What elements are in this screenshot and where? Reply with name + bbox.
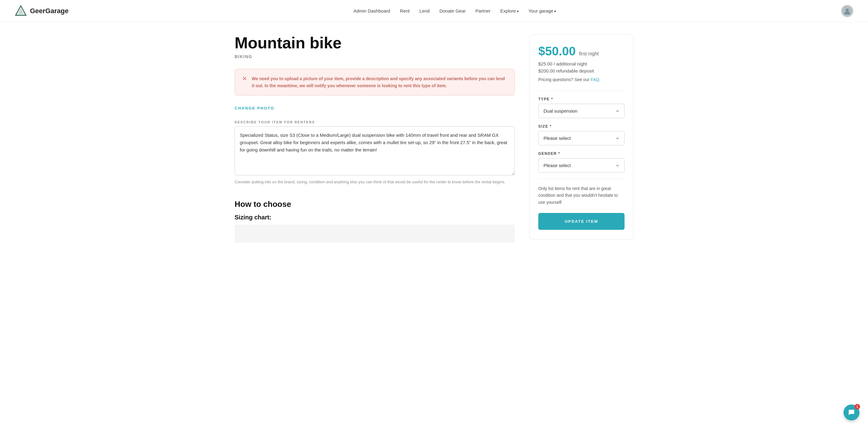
price-first-night: $50.00 [538, 44, 576, 58]
page-category: BIKING [235, 54, 515, 59]
description-label: DESCRIBE YOUR ITEM FOR RENTERS [235, 120, 515, 124]
alert-banner: ✕ We need you to upload a picture of you… [235, 69, 515, 95]
nav-admin-dashboard[interactable]: Admin Dashboard [353, 8, 390, 13]
size-label: SIZE * [538, 124, 624, 128]
pricing-faq-text: Pricing questions? See our FAQ. [538, 77, 624, 82]
navbar: GeerGarage Admin Dashboard Rent Lend Don… [0, 0, 868, 22]
description-hint: Consider putting info on the brand, sizi… [235, 179, 515, 185]
svg-point-4 [846, 8, 849, 12]
type-field: TYPE * Dual suspension Hardtail Full rig… [538, 97, 624, 118]
panel-divider-2 [538, 179, 624, 179]
nav-donate-gear[interactable]: Donate Gear [439, 8, 466, 13]
price-deposit: $200.00 refundable deposit [538, 68, 624, 73]
size-field: SIZE * Please select XS S M L XL XXL [538, 124, 624, 145]
size-select[interactable]: Please select XS S M L XL XXL [538, 131, 624, 145]
how-to-choose-heading: How to choose [235, 200, 515, 209]
condition-note: Only list items for rent that are in gre… [538, 185, 624, 206]
avatar-icon [842, 6, 852, 16]
main-container: Mountain bike BIKING ✕ We need you to up… [220, 22, 648, 255]
nav-rent[interactable]: Rent [400, 8, 410, 13]
type-select[interactable]: Dual suspension Hardtail Full rigid Fat … [538, 104, 624, 118]
brand-logo[interactable]: GeerGarage [15, 5, 68, 17]
sizing-table [235, 224, 515, 243]
nav-partner[interactable]: Partner [475, 8, 491, 13]
gender-select[interactable]: Please select Men's Women's Unisex [538, 158, 624, 173]
pricing-panel: $50.00 first night $25.00 / additional n… [529, 34, 633, 240]
price-additional: $25.00 / additional night [538, 61, 624, 66]
description-field: DESCRIBE YOUR ITEM FOR RENTERS Specializ… [235, 120, 515, 185]
description-textarea[interactable]: Specialized Status, size S3 (Close to a … [235, 126, 515, 175]
price-block: $50.00 first night [538, 44, 624, 58]
alert-close-button[interactable]: ✕ [242, 76, 247, 82]
panel-divider [538, 91, 624, 91]
change-photo-button[interactable]: CHANGE PHOTO [235, 106, 274, 111]
avatar[interactable] [841, 5, 853, 17]
faq-link[interactable]: FAQ. [591, 77, 600, 82]
gender-label: GENDER * [538, 151, 624, 156]
gender-field: GENDER * Please select Men's Women's Uni… [538, 151, 624, 173]
update-item-button[interactable]: UPDATE ITEM [538, 213, 624, 230]
alert-text: We need you to upload a picture of your … [252, 75, 507, 89]
nav-explore[interactable]: Explore [500, 8, 519, 13]
left-content: Mountain bike BIKING ✕ We need you to up… [235, 34, 515, 243]
nav-your-garage[interactable]: Your garage [528, 8, 556, 13]
brand-name: GeerGarage [30, 7, 68, 15]
nav-links: Admin Dashboard Rent Lend Donate Gear Pa… [353, 8, 556, 14]
sizing-chart-subheading: Sizing chart: [235, 214, 515, 221]
type-label: TYPE * [538, 97, 624, 101]
nav-lend[interactable]: Lend [419, 8, 429, 13]
page-title: Mountain bike [235, 34, 515, 52]
price-first-night-label: first night [579, 51, 599, 56]
logo-icon [15, 5, 27, 17]
